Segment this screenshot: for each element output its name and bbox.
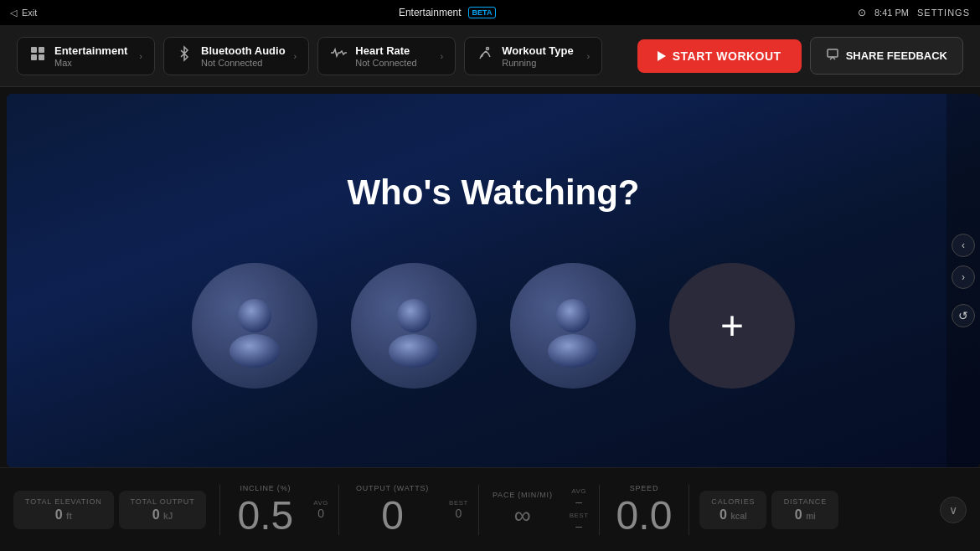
distance-label: DISTANCE bbox=[784, 497, 827, 506]
total-output-label: TOTAL OUTPUT bbox=[131, 497, 195, 506]
distance-value: 0 mi bbox=[795, 507, 816, 523]
toolbar: Entertainment Max › Bluetooth Audio Not … bbox=[0, 25, 980, 87]
chevron-right-icon-4: › bbox=[587, 51, 591, 61]
speed-block: SPEED 0.0 bbox=[603, 484, 686, 536]
svg-rect-3 bbox=[39, 54, 44, 60]
total-elevation-value: 0 ft bbox=[55, 507, 72, 523]
svg-point-7 bbox=[230, 334, 280, 368]
divider-2 bbox=[338, 485, 339, 535]
entertainment-sub: Max bbox=[54, 58, 131, 68]
add-profile-button[interactable]: + bbox=[669, 263, 795, 389]
output-sub-stats: BEST 0 bbox=[442, 499, 475, 520]
bluetooth-label: Bluetooth Audio bbox=[201, 44, 286, 57]
start-workout-label: START WORKOUT bbox=[673, 49, 781, 63]
pace-value: ∞ bbox=[514, 502, 531, 529]
output-block: OUTPUT (watts) 0 bbox=[343, 484, 442, 536]
chevron-right-icon-3: › bbox=[441, 51, 444, 61]
top-bar: ◁ Exit Entertainment BETA ⊙ 8:41 PM SETT… bbox=[0, 0, 980, 25]
heartrate-icon bbox=[330, 45, 347, 66]
nav-prev-button[interactable]: ‹ bbox=[952, 234, 975, 257]
app-title-section: Entertainment BETA bbox=[399, 7, 497, 18]
avatar-2 bbox=[372, 284, 456, 368]
divider-1 bbox=[219, 485, 220, 535]
pace-best-label: BEST bbox=[570, 512, 589, 519]
calories-value: 0 kcal bbox=[720, 507, 747, 523]
divider-3 bbox=[478, 485, 479, 535]
svg-point-9 bbox=[389, 334, 439, 368]
beta-badge: BETA bbox=[468, 7, 497, 18]
svg-point-6 bbox=[238, 299, 271, 332]
profile-1[interactable] bbox=[192, 263, 317, 389]
svg-point-8 bbox=[397, 299, 431, 332]
workout-type-text: Workout Type Running bbox=[502, 44, 578, 68]
plus-icon: + bbox=[720, 306, 744, 346]
divider-4 bbox=[599, 485, 600, 535]
svg-rect-0 bbox=[31, 47, 37, 53]
total-output-value: 0 kJ bbox=[152, 507, 173, 523]
pace-sub-stats: AVG – BEST – bbox=[563, 487, 596, 533]
bluetooth-selector[interactable]: Bluetooth Audio Not Connected › bbox=[163, 37, 309, 75]
profiles-row: + bbox=[192, 263, 795, 389]
workout-type-selector[interactable]: Workout Type Running › bbox=[464, 37, 602, 75]
speed-value: 0.0 bbox=[616, 496, 673, 536]
heartrate-sub: Not Connected bbox=[355, 58, 431, 68]
pace-avg-value: – bbox=[575, 495, 582, 508]
total-output-block: TOTAL OUTPUT 0 kJ bbox=[119, 491, 207, 529]
pace-best-value: – bbox=[575, 519, 582, 533]
incline-avg-value: 0 bbox=[317, 507, 324, 520]
svg-point-10 bbox=[556, 299, 590, 332]
entertainment-selector[interactable]: Entertainment Max › bbox=[17, 37, 155, 75]
share-icon bbox=[826, 48, 839, 64]
nav-next-button[interactable]: › bbox=[952, 265, 975, 289]
play-icon bbox=[658, 51, 666, 61]
start-workout-button[interactable]: START WORKOUT bbox=[637, 39, 802, 73]
pace-avg-label: AVG bbox=[571, 487, 586, 495]
incline-avg-label: AVG bbox=[313, 499, 328, 507]
svg-rect-1 bbox=[39, 47, 44, 53]
distance-block: DISTANCE 0 mi bbox=[771, 491, 838, 529]
entertainment-text: Entertainment Max bbox=[54, 44, 131, 68]
exit-label[interactable]: Exit bbox=[22, 8, 37, 18]
bluetooth-sub: Not Connected bbox=[201, 58, 286, 68]
bluetooth-icon bbox=[176, 45, 193, 66]
svg-rect-5 bbox=[828, 49, 838, 57]
running-icon bbox=[477, 45, 493, 66]
share-feedback-button[interactable]: SHARE FEEDBACK bbox=[810, 37, 963, 75]
heartrate-selector[interactable]: Heart Rate Not Connected › bbox=[317, 37, 456, 75]
divider-5 bbox=[689, 485, 689, 535]
profile-3[interactable] bbox=[510, 263, 636, 389]
heartrate-text: Heart Rate Not Connected bbox=[355, 44, 431, 68]
settings-label[interactable]: SETTINGS bbox=[917, 8, 970, 18]
chevron-right-icon-2: › bbox=[294, 51, 297, 61]
workout-type-sub: Running bbox=[502, 58, 578, 68]
main-area: Who's Watching? bbox=[0, 87, 980, 467]
app-title: Entertainment bbox=[399, 7, 462, 18]
svg-point-4 bbox=[487, 48, 489, 50]
speed-label: SPEED bbox=[630, 484, 659, 492]
profile-2[interactable] bbox=[351, 263, 477, 389]
svg-rect-2 bbox=[31, 54, 37, 60]
workout-type-label: Workout Type bbox=[502, 44, 578, 57]
bluetooth-text: Bluetooth Audio Not Connected bbox=[201, 44, 286, 68]
heartrate-label: Heart Rate bbox=[355, 44, 431, 57]
exit-section[interactable]: ◁ Exit bbox=[10, 8, 37, 18]
reload-button[interactable]: ↺ bbox=[952, 304, 975, 327]
output-label: OUTPUT (watts) bbox=[356, 484, 429, 492]
avatar-1 bbox=[213, 284, 297, 368]
who-watching-title: Who's Watching? bbox=[347, 173, 639, 213]
incline-label: INCLINE (%) bbox=[240, 484, 291, 492]
expand-stats-button[interactable]: ∨ bbox=[940, 497, 967, 523]
nav-arrows: ‹ › ↺ bbox=[946, 94, 980, 467]
incline-value: 0.5 bbox=[237, 496, 293, 536]
calories-label: CALORIES bbox=[711, 497, 755, 506]
svg-point-11 bbox=[548, 334, 598, 368]
avatar-3 bbox=[531, 284, 615, 368]
exit-arrow-icon: ◁ bbox=[10, 8, 17, 18]
chevron-right-icon: › bbox=[139, 51, 142, 61]
share-feedback-label: SHARE FEEDBACK bbox=[846, 49, 947, 62]
bottom-stats: TOTAL ELEVATION 0 ft TOTAL OUTPUT 0 kJ I… bbox=[0, 467, 980, 551]
calories-block: CALORIES 0 kcal bbox=[699, 491, 766, 529]
incline-block: INCLINE (%) 0.5 bbox=[224, 484, 307, 536]
entertainment-label: Entertainment bbox=[54, 44, 131, 57]
system-info: ⊙ 8:41 PM SETTINGS bbox=[858, 7, 970, 18]
